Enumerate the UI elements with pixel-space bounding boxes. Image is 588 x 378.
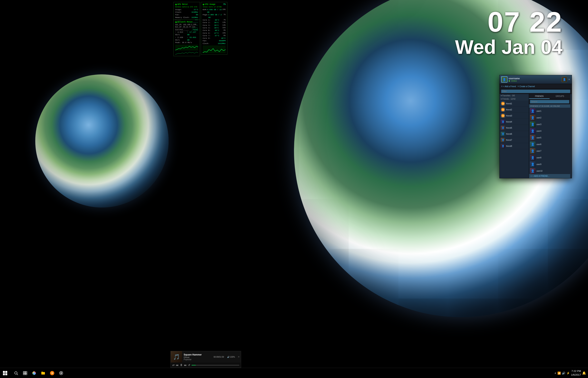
- right-friends-header: FRIENDS 17 IN GAME, 44 ONLINE: [529, 104, 570, 108]
- network-icon: [175, 21, 177, 23]
- taskbar-items: ⚔: [10, 368, 67, 378]
- steam-username: username: [509, 77, 520, 80]
- overwatch-icon: ⚔: [501, 114, 505, 118]
- create-channel-btn[interactable]: + Create a Channel: [517, 85, 535, 88]
- friend-avatar: 👤: [501, 120, 505, 124]
- music-shuffle-btn[interactable]: ⇄: [172, 364, 175, 367]
- right-friend-avatar: 👤: [530, 142, 535, 147]
- tab-friends[interactable]: FRIENDS: [529, 94, 550, 99]
- tab-groups[interactable]: GROUPS: [550, 94, 570, 99]
- music-artist: Ghost: [184, 356, 211, 358]
- right-friend-item[interactable]: 👤 user7: [529, 148, 570, 154]
- favorites-toggle: ▾: [501, 94, 502, 97]
- notification-icon[interactable]: 🔔: [582, 371, 586, 375]
- friends-section-header[interactable]: ▾ Friends - 12/42: [500, 97, 529, 101]
- friend-avatar: ⚔: [501, 114, 505, 118]
- steam-filter: [500, 89, 572, 94]
- friend-avatar: 👤: [501, 144, 505, 148]
- filter-input[interactable]: [501, 90, 570, 93]
- cpu-monitor: CPU Usage 7% Intel Core i7-3770K RAM: 4.…: [201, 2, 227, 55]
- tray-icons: ∧ 📶 🔊 ⚡: [555, 372, 570, 375]
- network-tray-icon[interactable]: 📶: [558, 372, 561, 375]
- right-friend-avatar: 👤: [530, 162, 535, 167]
- svg-rect-3: [25, 371, 27, 373]
- right-friend-item[interactable]: 👤 user3: [529, 121, 570, 128]
- earth-small: [35, 74, 169, 207]
- gpu-monitor-title: GPU Meter: [175, 3, 198, 5]
- overwatch-taskbar-button[interactable]: ⚔: [48, 369, 57, 378]
- network-graph: [175, 45, 198, 51]
- gpu-name-row: NVIDIA GeForce GTX 670: [175, 6, 198, 8]
- gpu-clock-row: Clock: 324MHz: [175, 11, 198, 14]
- volume-icon: 🔊: [227, 356, 229, 358]
- network-monitor-title: Network Meter: [175, 21, 198, 23]
- friend-item[interactable]: 👤 friend4: [500, 119, 529, 125]
- friend-name: friend2: [506, 109, 512, 111]
- music-album: Popestar: [184, 358, 211, 361]
- file-explorer-button[interactable]: [39, 369, 47, 378]
- clock-widget: 07 22 Wed Jan 04: [455, 8, 562, 58]
- right-friend-avatar: 👤: [530, 128, 535, 134]
- search-input[interactable]: [530, 100, 569, 103]
- right-friend-item[interactable]: 👤 user8: [529, 154, 570, 161]
- friend-item[interactable]: 👤 friend6: [500, 131, 529, 137]
- right-friend-item[interactable]: 👤 user5: [529, 134, 570, 141]
- music-close-btn[interactable]: ✕: [238, 355, 240, 358]
- steam-taskbar-button[interactable]: [57, 369, 65, 378]
- music-progress[interactable]: [191, 365, 239, 365]
- friend-item[interactable]: ⚔ friend1: [500, 101, 529, 107]
- right-friend-avatar: 👤: [530, 148, 535, 154]
- favorites-section-header[interactable]: ▾ Favorites - 0/0: [500, 94, 529, 97]
- chevron-up-icon[interactable]: ∧: [555, 372, 556, 375]
- right-friend-item[interactable]: 👤 user1: [529, 108, 570, 114]
- search-button[interactable]: [12, 369, 20, 378]
- right-friends-list[interactable]: 👤 user1 👤 user2 👤 user3 👤 user4: [529, 108, 570, 174]
- friend-avatar: 👤: [501, 132, 505, 136]
- steam-close-btn[interactable]: ✕: [568, 78, 570, 81]
- music-repeat-btn[interactable]: ↺: [188, 364, 190, 367]
- friend-name: friend3: [506, 115, 512, 117]
- steam-user-info: 👤 username Online: [501, 76, 520, 83]
- header-friend-avatar[interactable]: 👤: [561, 77, 567, 82]
- friend-item[interactable]: ⚔ friend3: [500, 113, 529, 119]
- right-friend-item[interactable]: 👤 user2: [529, 114, 570, 121]
- add-friend-btn[interactable]: + + Add a Friend: [501, 85, 516, 88]
- steam-main: ▾ Favorites - 0/0 ▾ Friends - 12/42 ⚔ fr…: [500, 94, 572, 178]
- steam-header: 👤 username Online 👤 ✕: [500, 75, 572, 84]
- friend-item[interactable]: 👤 friend5: [500, 125, 529, 131]
- clock-time: 07 22: [455, 8, 562, 36]
- friend-item[interactable]: 👤 friend8: [500, 143, 529, 149]
- network-monitor: Network Meter Int IP: 192.168.1.108 Ext …: [173, 20, 200, 56]
- volume-tray-icon[interactable]: 🔊: [562, 372, 565, 375]
- right-friend-item[interactable]: 👤 user4: [529, 128, 570, 134]
- music-prev-btn[interactable]: ⏮: [176, 364, 179, 367]
- friend-item[interactable]: 👤 friend7: [500, 137, 529, 143]
- cpu-icon: [203, 4, 204, 5]
- music-cover: 🎵: [171, 351, 182, 363]
- right-friend-avatar: 👤: [530, 135, 535, 140]
- friend-item[interactable]: ⚔ friend2: [500, 107, 529, 113]
- music-next-btn[interactable]: ⏭: [184, 364, 187, 367]
- add-friend-bar[interactable]: + + ADD A FRIEND...: [529, 174, 570, 178]
- task-view-button[interactable]: [21, 369, 29, 378]
- svg-rect-4: [23, 373, 25, 375]
- status-dot: [509, 80, 510, 82]
- right-search: [529, 99, 570, 104]
- cpu-monitor-title: CPU Usage 7%: [203, 3, 226, 5]
- right-friend-avatar: 👤: [530, 108, 535, 114]
- music-player: 🎵 Square Hammer Ghost Popestar 00:09/01:…: [171, 351, 241, 368]
- steam-status[interactable]: Online: [509, 80, 520, 82]
- start-button[interactable]: [0, 368, 10, 378]
- right-friend-item[interactable]: 👤 user6: [529, 141, 570, 148]
- taskbar-clock[interactable]: 7:22 PM 1/6/2017: [571, 369, 581, 377]
- chrome-button[interactable]: [30, 369, 38, 378]
- right-friend-item[interactable]: 👤 user9: [529, 161, 570, 168]
- right-friend-item[interactable]: 👤 user10: [529, 168, 570, 174]
- music-controls: ⇄ ⏮ ⏸ ⏭ ↺: [171, 363, 241, 368]
- music-play-btn[interactable]: ⏸: [180, 363, 183, 367]
- friend-avatar: 👤: [501, 138, 505, 142]
- right-friend-avatar: 👤: [530, 122, 535, 127]
- steam-friends-panel: ▾ Favorites - 0/0 ▾ Friends - 12/42 ⚔ fr…: [500, 94, 529, 178]
- gpu-icon: [175, 4, 177, 5]
- steam-avatar: 👤: [501, 76, 507, 83]
